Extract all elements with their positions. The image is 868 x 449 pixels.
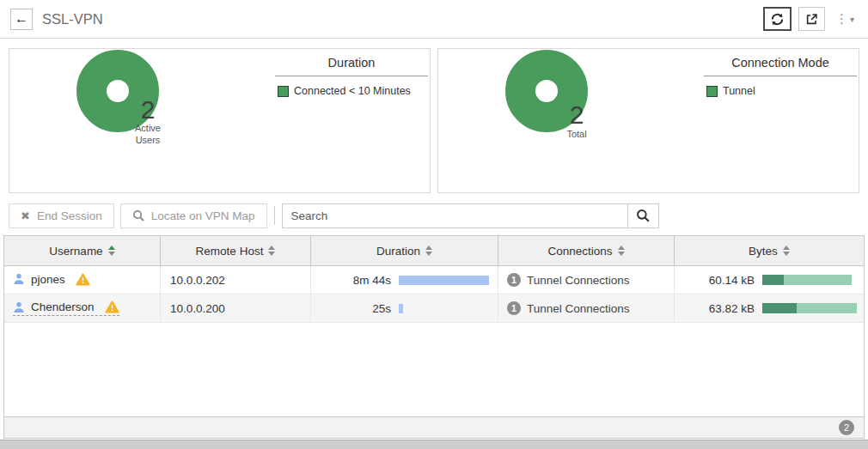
bytes-cell: 60.14 kB <box>675 266 864 294</box>
legend-swatch <box>706 86 718 97</box>
warning-icon <box>76 273 90 286</box>
chevron-down-icon: ▾ <box>850 15 854 24</box>
duration-cell: 8m 44s <box>311 266 498 294</box>
connection-count-badge: 1 <box>507 273 521 287</box>
duration-bar <box>399 304 403 313</box>
duration-cell: 25s <box>311 294 498 322</box>
donut-center-label: 2 Total <box>535 80 618 162</box>
toolbar: ✖ End Session Locate on VPN Map <box>0 201 868 235</box>
ssl-vpn-monitor-page: ← SSL-VPN ⋮ ▾ <box>0 0 868 449</box>
connection-count-badge: 1 <box>507 301 521 315</box>
connection-mode-legend: Connection Mode Tunnel <box>704 49 857 192</box>
magnifier-icon <box>132 209 144 221</box>
connections-cell: 1 Tunnel Connections <box>498 266 675 294</box>
column-header-duration[interactable]: Duration <box>311 236 498 265</box>
table-row[interactable]: Chenderson 10.0.0.200 25s 1 Tunnel Conne… <box>4 294 864 323</box>
vertical-dots-icon: ⋮ <box>835 11 848 27</box>
donut-center-label: 2 Active Users <box>107 80 189 162</box>
more-options-menu[interactable]: ⋮ ▾ <box>832 7 858 31</box>
total-count: 2 <box>570 101 584 129</box>
column-header-connections[interactable]: Connections <box>498 236 675 265</box>
bytes-out-bar <box>762 275 784 285</box>
duration-chart-panel: 2 Active Users Duration Connected < 10 M… <box>9 48 431 193</box>
bytes-out-bar <box>762 303 797 313</box>
bytes-bar <box>762 275 859 285</box>
row-count-badge: 2 <box>839 420 854 435</box>
back-button[interactable]: ← <box>10 9 33 30</box>
search-icon <box>636 209 650 222</box>
remote-host-cell: 10.0.0.202 <box>161 266 311 294</box>
active-users-count: 2 <box>141 96 156 124</box>
titlebar-actions: ⋮ ▾ <box>763 7 858 31</box>
bottom-strip <box>0 440 868 449</box>
sort-icon <box>425 246 432 256</box>
bytes-cell: 63.82 kB <box>675 294 864 322</box>
popout-button[interactable] <box>798 7 825 31</box>
user-icon <box>13 301 25 313</box>
remote-host-cell: 10.0.0.200 <box>161 294 311 322</box>
bytes-bar <box>762 303 859 313</box>
table-empty-area <box>4 323 864 416</box>
search-input[interactable] <box>282 203 628 228</box>
legend-item: Connected < 10 Minutes <box>275 76 428 97</box>
page-title: SSL-VPN <box>42 11 103 27</box>
summary-charts: 2 Active Users Duration Connected < 10 M… <box>0 39 868 201</box>
table-row[interactable]: pjones 10.0.0.202 8m 44s 1 Tunnel Connec… <box>4 266 864 294</box>
bytes-in-bar <box>784 275 852 285</box>
locate-on-vpn-map-button[interactable]: Locate on VPN Map <box>120 203 267 228</box>
legend-item: Tunnel <box>704 76 857 97</box>
warning-icon <box>105 300 119 313</box>
username-cell: Chenderson <box>4 294 161 322</box>
back-arrow-icon: ← <box>15 11 28 27</box>
sort-icon <box>618 246 625 256</box>
table-header-row: Username Remote Host Duration Connection… <box>4 236 864 266</box>
toolbar-divider <box>274 206 275 225</box>
duration-donut-chart: 2 Active Users <box>76 50 219 192</box>
connection-mode-donut-chart: 2 Total <box>505 50 648 192</box>
sort-icon <box>108 246 115 256</box>
refresh-icon <box>770 12 785 27</box>
search-button[interactable] <box>627 203 659 228</box>
table-footer: 2 <box>4 416 864 438</box>
x-icon: ✖ <box>21 209 30 222</box>
search-bar <box>282 203 659 228</box>
duration-legend: Duration Connected < 10 Minutes <box>275 49 428 192</box>
sort-icon <box>783 246 790 256</box>
bytes-in-bar <box>797 303 857 313</box>
duration-bar <box>399 276 489 285</box>
column-header-bytes[interactable]: Bytes <box>675 236 864 265</box>
end-session-button[interactable]: ✖ End Session <box>9 203 114 228</box>
legend-swatch <box>278 86 289 97</box>
username-cell: pjones <box>4 266 161 294</box>
sessions-table: Username Remote Host Duration Connection… <box>3 235 865 439</box>
titlebar: ← SSL-VPN ⋮ ▾ <box>0 0 868 39</box>
column-header-remote-host[interactable]: Remote Host <box>161 236 311 265</box>
refresh-button[interactable] <box>763 7 792 31</box>
legend-title: Connection Mode <box>704 52 857 76</box>
column-header-username[interactable]: Username <box>4 236 161 265</box>
external-link-icon <box>805 13 818 26</box>
sort-icon <box>268 246 275 256</box>
connections-cell: 1 Tunnel Connections <box>498 294 675 322</box>
user-icon <box>13 273 25 285</box>
connection-mode-chart-panel: 2 Total Connection Mode Tunnel <box>437 48 859 193</box>
legend-title: Duration <box>275 52 428 76</box>
